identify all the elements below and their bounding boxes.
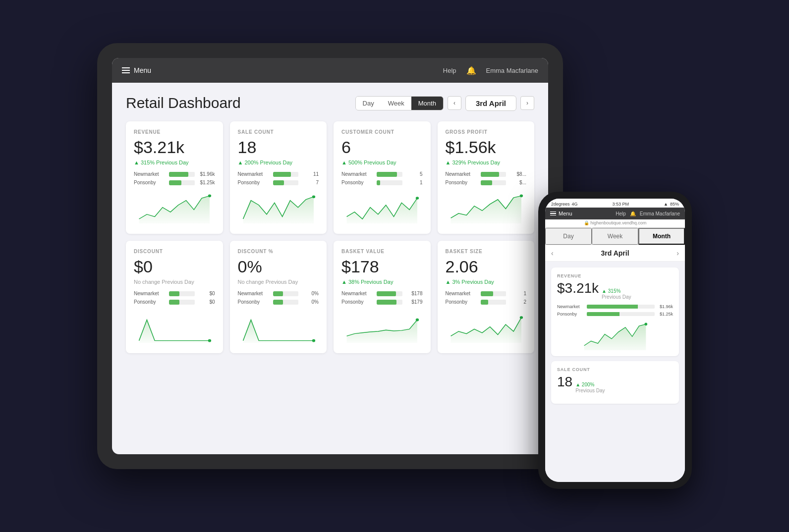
period-day-button[interactable]: Day — [356, 97, 381, 110]
bar-value: $179 — [405, 299, 423, 305]
store-bar-row: Newmarket $8... — [446, 171, 527, 177]
store-name: Ponsonby — [238, 299, 270, 305]
sparkline-container — [238, 191, 319, 226]
phone-week-button[interactable]: Week — [592, 228, 638, 245]
card-change: ▲ 38% Previous Day — [341, 279, 423, 285]
bar-value: 7 — [301, 180, 319, 185]
store-name: Ponsonby — [238, 180, 270, 185]
period-controls: Day Week Month ‹ 3rd April › — [355, 96, 534, 111]
card-label: DISCOUNT % — [238, 249, 319, 254]
prev-period-button[interactable]: ‹ — [448, 96, 461, 110]
sparkline-container — [341, 191, 423, 226]
store-name: Ponsonby — [341, 180, 374, 185]
svg-point-1 — [208, 195, 211, 198]
bar-fill — [377, 172, 397, 177]
phone-bell-icon[interactable]: 🔔 — [630, 211, 636, 216]
phone-menu-button[interactable]: Menu — [550, 211, 572, 216]
phone-content: REVENUE $3.21k ▲ 315%Previous Day Newmar… — [545, 262, 685, 482]
bar-track — [377, 172, 402, 177]
store-name: Newmarket — [446, 171, 478, 177]
phone-next-button[interactable]: › — [676, 249, 679, 257]
svg-marker-14 — [451, 318, 521, 343]
tablet-device: Menu Help 🔔 Emma Macfarlane Retail Dashb… — [97, 43, 563, 469]
phone-revenue-sparkline — [557, 320, 673, 350]
svg-point-17 — [645, 323, 648, 326]
metric-card-basket-size: BASKET SIZE 2.06 ▲ 3% Previous Day Newma… — [438, 241, 535, 353]
bar-value: 1 — [509, 291, 526, 296]
help-link[interactable]: Help — [443, 67, 456, 74]
bar-track — [377, 180, 402, 185]
bar-track — [273, 300, 299, 305]
bar-value: 2 — [509, 299, 526, 305]
menu-button[interactable]: Menu — [122, 66, 151, 74]
metric-card-discount: DISCOUNT $0 No change Previous Day Newma… — [126, 241, 223, 353]
card-value: $3.21k — [134, 139, 215, 156]
metric-card-basket-value: BASKET VALUE $178 ▲ 38% Previous Day New… — [334, 241, 431, 353]
store-name: Ponsonby — [134, 180, 166, 185]
bar-track — [481, 291, 507, 296]
bar-fill — [169, 300, 179, 305]
card-value: $178 — [341, 258, 423, 275]
sparkline-container — [446, 311, 527, 345]
bar-value: $1.96k — [198, 171, 215, 177]
phone-status-bar: 2degrees 4G 3:53 PM ▲ 85% — [545, 199, 685, 208]
bar-fill — [377, 291, 396, 296]
bar-value: $8... — [509, 171, 526, 177]
period-month-button[interactable]: Month — [411, 97, 443, 110]
bell-icon[interactable]: 🔔 — [466, 66, 476, 75]
phone-metric-sale-count: SALE COUNT 18 ▲ 200%Previous Day — [551, 361, 679, 404]
bar-fill — [273, 172, 291, 177]
store-name: Ponsonby — [446, 180, 478, 185]
tablet-navbar: Menu Help 🔔 Emma Macfarlane — [112, 58, 548, 83]
store-bar-row: Ponsonby $1.25k — [134, 180, 215, 185]
card-value: 0% — [238, 258, 319, 275]
card-label: DISCOUNT — [134, 249, 215, 254]
phone-url-bar: 🔒 highenboutique.vendhq.com — [545, 219, 685, 228]
phone-prev-button[interactable]: ‹ — [551, 249, 554, 257]
phone-help-link[interactable]: Help — [616, 211, 626, 216]
bar-fill — [169, 291, 179, 296]
svg-point-9 — [208, 339, 211, 342]
period-week-button[interactable]: Week — [381, 97, 411, 110]
bar-fill — [481, 172, 499, 177]
bar-value: $1.25k — [198, 180, 215, 185]
phone-sale-change: ▲ 200%Previous Day — [575, 382, 605, 394]
tablet-screen: Menu Help 🔔 Emma Macfarlane Retail Dashb… — [112, 58, 548, 454]
bar-fill — [481, 291, 494, 296]
metric-card-customer-count: CUSTOMER COUNT 6 ▲ 500% Previous Day New… — [334, 121, 431, 234]
store-name: Ponsonby — [134, 299, 166, 305]
scene: Menu Help 🔔 Emma Macfarlane Retail Dashb… — [97, 43, 692, 489]
card-label: CUSTOMER COUNT — [341, 129, 423, 135]
card-value: 2.06 — [446, 258, 527, 275]
svg-marker-0 — [139, 196, 210, 223]
card-value: $0 — [134, 258, 215, 275]
phone-day-button[interactable]: Day — [545, 228, 592, 245]
store-bar-row: Newmarket $0 — [134, 291, 215, 296]
store-name: Newmarket — [238, 291, 270, 296]
store-name: Newmarket — [134, 291, 166, 296]
time-label: 3:53 PM — [613, 202, 629, 207]
url-text: highenboutique.vendhq.com — [590, 220, 646, 225]
store-bar-row: Newmarket 1 — [446, 291, 527, 296]
bar-track — [377, 291, 402, 296]
menu-label: Menu — [134, 66, 151, 74]
period-button-group: Day Week Month — [355, 96, 444, 110]
store-name: Ponsonby — [341, 299, 374, 305]
sparkline-container — [134, 191, 215, 226]
phone-month-button[interactable]: Month — [638, 228, 685, 245]
bar-track — [481, 180, 507, 185]
bar-fill — [273, 300, 283, 305]
sparkline-container — [238, 311, 319, 345]
next-period-button[interactable]: › — [520, 96, 534, 110]
bar-fill — [377, 300, 396, 305]
phone-device: 2degrees 4G 3:53 PM ▲ 85% Menu — [538, 192, 692, 489]
bar-fill — [169, 180, 181, 185]
sparkline-container — [134, 311, 215, 345]
store-name: Ponsonby — [446, 299, 478, 305]
card-change: No change Previous Day — [134, 279, 215, 285]
bar-fill — [481, 300, 488, 305]
bar-track — [169, 172, 195, 177]
store-name: Newmarket — [341, 291, 374, 296]
card-label: GROSS PROFIT — [446, 129, 527, 135]
bar-track — [273, 291, 299, 296]
